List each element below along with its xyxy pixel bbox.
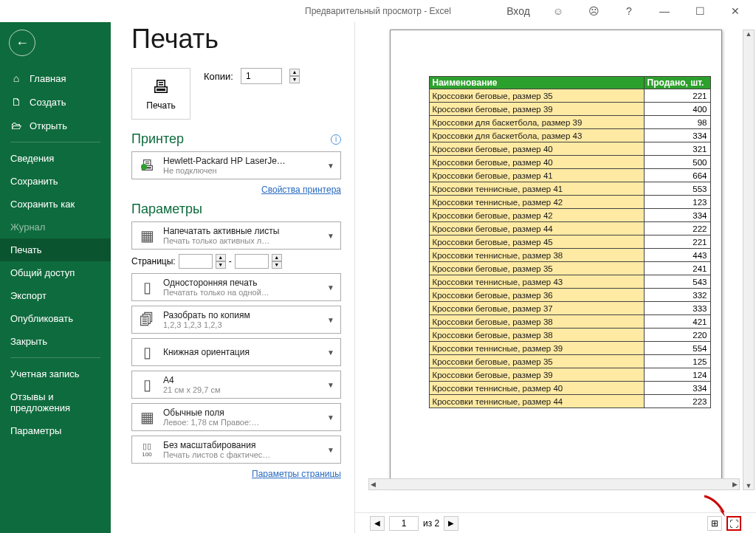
print-button[interactable]: 🖶 Печать	[131, 68, 190, 120]
table-row: Кроссовки беговые, размер 41664	[429, 169, 710, 182]
page-icon: ▯	[137, 277, 157, 298]
preview-page: НаименованиеПродано, шт. Кроссовки бегов…	[390, 30, 722, 487]
page-title: Печать	[131, 24, 341, 55]
sidebar-item-label: Параметры	[10, 425, 61, 436]
copies-label: Копии:	[204, 71, 233, 82]
sidebar-item-new[interactable]: 🗋Создать	[0, 90, 111, 114]
page-count-label: из 2	[423, 518, 439, 529]
pages-from-input[interactable]	[179, 254, 213, 269]
table-row: Кроссовки беговые, размер 37333	[429, 302, 710, 315]
sidebar-item-save[interactable]: Сохранить	[0, 170, 111, 193]
emoticon-sad-icon[interactable]: ☹	[579, 5, 608, 17]
chevron-down-icon: ▼	[327, 413, 336, 422]
vertical-scrollbar[interactable]: ▲▼	[743, 30, 755, 490]
table-row: Кроссовки беговые, размер 35125	[429, 355, 710, 368]
sidebar-item-account[interactable]: Учетная запись	[0, 362, 111, 385]
sidebar-item-label: Учетная запись	[10, 368, 80, 379]
sidebar-item-home[interactable]: ⌂Главная	[0, 66, 111, 90]
chevron-down-icon: ▼	[327, 162, 336, 170]
table-row: Кроссовки беговые, размер 44222	[429, 222, 710, 235]
sidebar-item-options[interactable]: Параметры	[0, 419, 111, 442]
document-icon: 🗋	[10, 96, 22, 108]
portrait-icon: ▯	[137, 342, 157, 362]
sidebar-item-saveas[interactable]: Сохранить как	[0, 193, 111, 216]
table-row: Кроссовки беговые, размер 39124	[429, 368, 710, 382]
sidebar-item-label: Экспорт	[10, 290, 47, 301]
sidebar-item-label: Сведения	[10, 153, 54, 164]
printer-status-icon: 🖶	[137, 155, 157, 176]
horizontal-scrollbar[interactable]: ◀▶	[368, 478, 740, 490]
table-row: Кроссовки беговые, размер 39400	[429, 103, 710, 116]
table-row: Кроссовки беговые, размер 36332	[429, 289, 710, 302]
sidebar-item-publish[interactable]: Опубликовать	[0, 307, 111, 330]
table-row: Кроссовки для баскетбола, размер 3998	[429, 116, 710, 129]
printer-properties-link[interactable]: Свойства принтера	[261, 185, 341, 195]
table-row: Кроссовки теннисные, размер 40334	[429, 382, 710, 395]
sidebar-item-label: Общий доступ	[10, 267, 75, 278]
table-row: Кроссовки беговые, размер 40321	[429, 142, 710, 156]
scaling-icon: ▯▯100	[137, 439, 157, 460]
sidebar-item-label: Сохранить	[10, 176, 58, 187]
table-row: Кроссовки беговые, размер 35221	[429, 89, 710, 103]
close-icon[interactable]: ✕	[721, 5, 750, 17]
preview-table: НаименованиеПродано, шт. Кроссовки бегов…	[429, 76, 711, 408]
chevron-down-icon: ▼	[327, 381, 336, 389]
help-icon[interactable]: ?	[614, 5, 644, 17]
sidebar-item-print[interactable]: Печать	[0, 238, 111, 261]
emoticon-happy-icon[interactable]: ☺	[543, 5, 573, 17]
orientation-dropdown[interactable]: ▯ Книжная ориентация ▼	[131, 338, 341, 366]
prev-page-button[interactable]: ◀	[370, 516, 385, 531]
sidebar-item-label: Печать	[10, 244, 42, 255]
table-row: Кроссовки теннисные, размер 39554	[429, 342, 710, 355]
backstage-sidebar: ← ⌂Главная 🗋Создать 🗁Открыть Сведения Со…	[0, 22, 111, 533]
pages-label: Страницы:	[131, 256, 176, 266]
folder-open-icon: 🗁	[10, 120, 22, 131]
preview-footer: ◀ из 2 ▶ ⊞ ⛶	[355, 512, 756, 533]
table-row: Кроссовки беговые, размер 45221	[429, 235, 710, 249]
sidebar-item-info[interactable]: Сведения	[0, 147, 111, 170]
table-row: Кроссовки беговые, размер 40500	[429, 156, 710, 169]
margins-icon: ▦	[137, 407, 157, 427]
title-bar: Предварительный просмотр - Excel Вход ☺ …	[0, 0, 756, 22]
table-row: Кроссовки беговые, размер 35241	[429, 262, 710, 275]
sidebar-item-share[interactable]: Общий доступ	[0, 261, 111, 284]
table-row: Кроссовки беговые, размер 42334	[429, 209, 710, 222]
page-setup-link[interactable]: Параметры страницы	[252, 469, 341, 479]
table-row: Кроссовки теннисные, размер 43543	[429, 275, 710, 289]
collate-icon: 🗐	[137, 309, 157, 330]
copies-input[interactable]	[241, 68, 282, 84]
print-button-label: Печать	[146, 100, 175, 111]
pages-to-input[interactable]	[235, 254, 269, 269]
sidebar-item-export[interactable]: Экспорт	[0, 284, 111, 307]
table-row: Кроссовки теннисные, размер 42123	[429, 196, 710, 209]
info-icon[interactable]: i	[331, 134, 341, 145]
paper-icon: ▯	[137, 374, 157, 395]
zoom-to-page-button[interactable]: ⛶	[726, 516, 741, 531]
table-row: Кроссовки беговые, размер 38421	[429, 315, 710, 329]
sidebar-item-feedback[interactable]: Отзывы и предложения	[0, 385, 111, 419]
collate-dropdown[interactable]: 🗐 Разобрать по копиям1,2,3 1,2,3 1,2,3 ▼	[131, 306, 341, 334]
sidebar-item-open[interactable]: 🗁Открыть	[0, 114, 111, 137]
login-link[interactable]: Вход	[504, 5, 533, 17]
col-header-name: Наименование	[429, 77, 644, 89]
printer-dropdown[interactable]: 🖶 Hewlett-Packard HP LaserJe…Не подключе…	[131, 151, 341, 179]
back-button[interactable]: ←	[9, 30, 35, 56]
minimize-icon[interactable]: —	[650, 5, 679, 17]
printer-section-title: Принтер	[131, 131, 184, 147]
scaling-dropdown[interactable]: ▯▯100 Без масштабированияПечать листов с…	[131, 436, 341, 464]
print-what-dropdown[interactable]: ▦ Напечатать активные листыПечать только…	[131, 221, 341, 250]
show-margins-button[interactable]: ⊞	[707, 516, 722, 531]
sidebar-item-close[interactable]: Закрыть	[0, 330, 111, 353]
paper-dropdown[interactable]: ▯ A421 см x 29,7 см ▼	[131, 371, 341, 399]
sides-dropdown[interactable]: ▯ Односторонняя печатьПечатать только на…	[131, 273, 341, 301]
margins-dropdown[interactable]: ▦ Обычные поляЛевое: 1,78 см Правое:… ▼	[131, 403, 341, 431]
table-row: Кроссовки для баскетбола, размер 43334	[429, 129, 710, 142]
sidebar-item-label: Журнал	[10, 221, 45, 233]
page-number-input[interactable]	[389, 516, 419, 531]
sidebar-item-label: Главная	[30, 73, 66, 84]
sidebar-item-history: Журнал	[0, 216, 111, 238]
next-page-button[interactable]: ▶	[444, 516, 458, 531]
copies-up[interactable]: ▲	[289, 69, 300, 76]
copies-down[interactable]: ▼	[289, 76, 300, 83]
maximize-icon[interactable]: ☐	[685, 5, 715, 17]
